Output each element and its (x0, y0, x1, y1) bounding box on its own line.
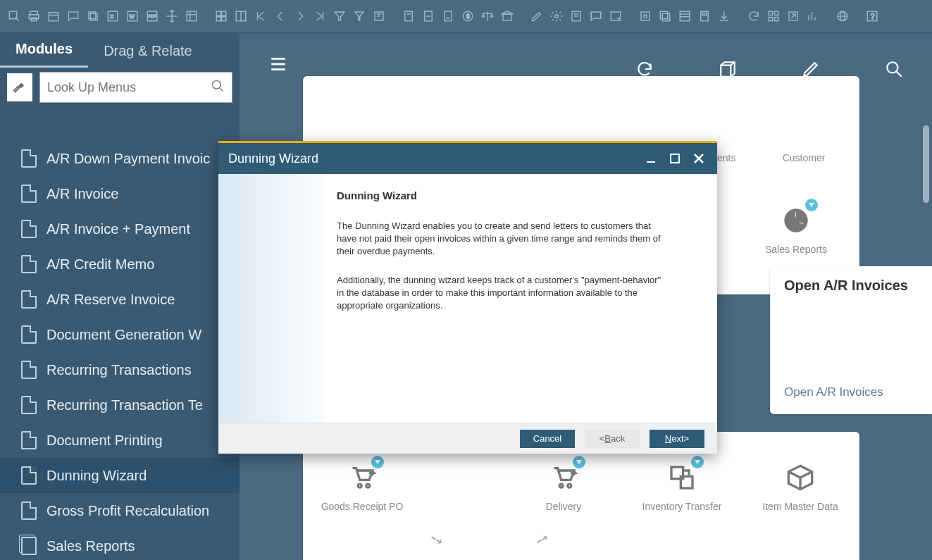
tile-item-master[interactable]: Item Master Data (751, 460, 850, 512)
menu-item-gross-profit-recalculation[interactable]: Gross Profit Recalculation (0, 493, 240, 528)
tile-sales-reports[interactable]: Sales Reports (747, 203, 845, 255)
toolbar-form-icon[interactable] (568, 8, 585, 25)
menu-item-document-printing[interactable]: Document Printing (0, 423, 240, 458)
toolbar-flag-icon[interactable] (637, 8, 654, 25)
cart-icon (344, 460, 380, 495)
toolbar-money-icon[interactable]: $ (459, 8, 476, 25)
toolbar-first-icon[interactable] (252, 8, 269, 25)
toolbar-excel-icon[interactable]: X (104, 8, 121, 25)
tab-drag-relate[interactable]: Drag & Relate (88, 36, 208, 68)
toolbar-word-icon[interactable]: W (124, 8, 141, 25)
toolbar-chat-icon[interactable] (65, 8, 82, 25)
modules-panel: Modules Drag & Relate A/R Down Payment I… (0, 34, 240, 560)
dialog-heading: Dunning Wizard (337, 188, 696, 203)
menu-item-a-r-down-payment-invoic[interactable]: A/R Down Payment Invoic (0, 141, 240, 176)
menu-item-a-r-invoice[interactable]: A/R Invoice (0, 176, 240, 211)
transfer-icon (664, 460, 700, 495)
tile-inventory-transfer[interactable]: Inventory Transfer (633, 460, 731, 512)
toolbar-sort-icon[interactable] (371, 8, 387, 25)
toolbar-doc2-icon[interactable] (420, 8, 437, 25)
menu-item-recurring-transaction-te[interactable]: Recurring Transaction Te (0, 387, 240, 423)
svg-rect-96 (671, 154, 679, 163)
menu-item-label: A/R Invoice + Payment (46, 221, 190, 237)
svg-rect-5 (49, 13, 58, 21)
open-ar-link[interactable]: Open A/R Invoices (770, 375, 932, 409)
minimize-button[interactable] (642, 151, 659, 166)
svg-marker-29 (355, 12, 364, 20)
next-button[interactable]: Next > (650, 430, 704, 448)
toolbar-gear-icon[interactable] (548, 8, 565, 25)
toolbar-apps-icon[interactable] (765, 8, 782, 25)
document-icon (21, 185, 37, 203)
flow-arrow-icon: ⤍ (532, 528, 552, 551)
toolbar-edit-icon[interactable] (528, 8, 545, 25)
dialog-paragraph-1: The Dunning Wizard enables you to create… (337, 220, 668, 259)
toolbar-copy-icon[interactable] (85, 8, 101, 25)
main-toolbar: X W PDF $ ? (0, 0, 932, 34)
toolbar-chart-icon[interactable] (804, 8, 821, 25)
toolbar-doc3-icon[interactable] (440, 8, 456, 25)
menu-item-label: A/R Credit Memo (46, 256, 154, 273)
toolbar-calc-icon[interactable] (696, 8, 713, 25)
svg-text:X: X (110, 13, 113, 20)
menu-item-recurring-transactions[interactable]: Recurring Transactions (0, 352, 240, 387)
toolbar-last-icon[interactable] (311, 8, 328, 25)
svg-point-83 (887, 62, 897, 73)
cancel-button[interactable]: Cancel (520, 430, 575, 448)
toolbar-help-icon[interactable]: ? (864, 8, 881, 25)
close-button[interactable] (690, 151, 707, 166)
menu-search-input[interactable] (47, 80, 211, 95)
toolbar-refresh-icon[interactable] (745, 8, 762, 25)
tab-modules[interactable]: Modules (0, 34, 88, 68)
menu-item-label: Document Printing (46, 433, 163, 449)
toolbar-layers-icon[interactable] (657, 8, 673, 25)
toolbar-bank-icon[interactable] (499, 8, 516, 25)
toolbar-globe-icon[interactable] (834, 8, 851, 25)
toolbar-download-icon[interactable] (716, 8, 733, 25)
toolbar-filter-icon[interactable] (331, 8, 348, 25)
toolbar-export-icon[interactable] (785, 8, 802, 25)
hamburger-icon[interactable] (268, 55, 289, 76)
tile-delivery-bottom[interactable]: Delivery (514, 460, 613, 512)
search-top-icon[interactable] (884, 59, 904, 79)
tile-goods-receipt[interactable]: Goods Receipt PO (313, 460, 411, 512)
toolbar-sheet-icon[interactable] (676, 8, 693, 25)
menu-item-dunning-wizard[interactable]: Dunning Wizard (0, 458, 240, 493)
dialog-titlebar[interactable]: Dunning Wizard (218, 143, 717, 174)
scrollbar-thumb[interactable] (923, 125, 929, 203)
menu-list: A/R Down Payment InvoicA/R InvoiceA/R In… (0, 141, 240, 560)
menu-item-label: Document Generation W (46, 327, 201, 343)
menu-item-a-r-invoice-payment[interactable]: A/R Invoice + Payment (0, 211, 240, 247)
toolbar-next-icon[interactable] (292, 8, 309, 25)
menu-item-document-generation-w[interactable]: Document Generation W (0, 317, 240, 352)
menu-item-a-r-reserve-invoice[interactable]: A/R Reserve Invoice (0, 282, 240, 317)
toolbar-scale-icon[interactable] (479, 8, 496, 25)
toolbar-doc1-icon[interactable] (400, 8, 417, 25)
tile-customer[interactable]: Customer (754, 111, 853, 163)
settings-wrench-button[interactable] (7, 73, 32, 101)
svg-rect-43 (503, 14, 511, 20)
flow-arrow-icon: ⤍ (426, 528, 447, 551)
menu-item-sales-reports[interactable]: Sales Reports (0, 528, 240, 560)
toolbar-move-icon[interactable] (163, 8, 180, 25)
toolbar-calendar-icon[interactable] (45, 8, 62, 25)
toolbar-print-icon[interactable] (25, 8, 42, 25)
toolbar-comment-icon[interactable] (588, 8, 604, 25)
toolbar-search-icon[interactable] (6, 8, 23, 25)
toolbar-grid2-icon[interactable] (232, 8, 249, 25)
maximize-button[interactable] (666, 151, 683, 166)
menu-item-a-r-credit-memo[interactable]: A/R Credit Memo (0, 247, 240, 282)
pie-chart-icon (778, 203, 814, 238)
panel-tabs: Modules Drag & Relate (0, 34, 240, 68)
toolbar-comment2-icon[interactable] (607, 8, 624, 25)
toolbar-table-icon[interactable] (183, 8, 200, 25)
toolbar-funnel-icon[interactable] (351, 8, 368, 25)
back-button[interactable]: < Back (585, 430, 640, 448)
menu-search-box[interactable] (39, 72, 232, 103)
toolbar-grid-icon[interactable] (213, 8, 230, 25)
toolbar-pdf-icon[interactable]: PDF (144, 8, 161, 25)
toolbar-prev-icon[interactable] (272, 8, 289, 25)
svg-line-93 (800, 472, 812, 478)
svg-line-75 (220, 87, 223, 91)
svg-point-50 (644, 15, 647, 18)
